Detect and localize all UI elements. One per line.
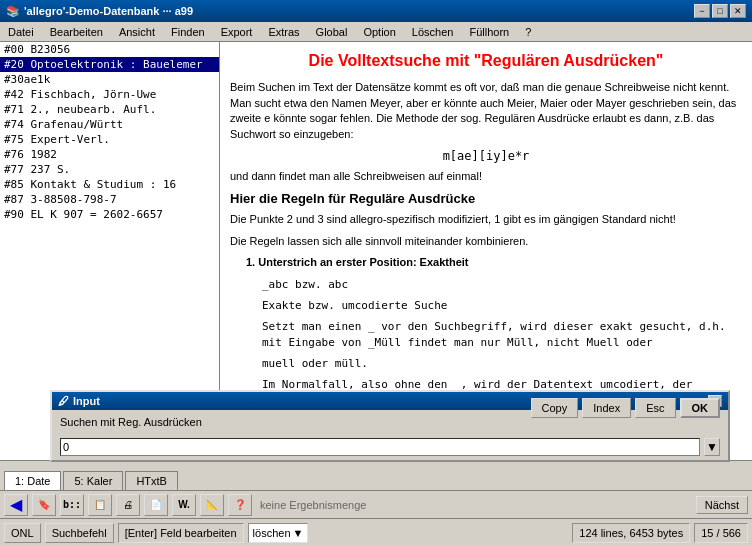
paragraph-1: Beim Suchen im Text der Datensätze kommt…: [230, 80, 742, 142]
maximize-button[interactable]: □: [712, 4, 728, 18]
tab-5[interactable]: 5: Kaler: [63, 471, 123, 490]
menu-bar: Datei Bearbeiten Ansicht Finden Export E…: [0, 22, 752, 42]
menu-loeschen[interactable]: Löschen: [408, 25, 458, 39]
dialog-input-row: ▼: [52, 434, 728, 460]
dialog-content: Suchen mit Reg. Ausdrücken Copy Index Es…: [52, 410, 728, 434]
rule-1-detail: Setzt man einen _ vor den Suchbegriff, w…: [262, 319, 742, 350]
w-icon: W.: [178, 499, 190, 510]
tab-htxtb[interactable]: HTxtB: [125, 471, 178, 490]
panel-title: Die Volltextsuche mit "Regulären Ausdrüc…: [230, 50, 742, 72]
ok-button[interactable]: OK: [680, 398, 721, 418]
list-item[interactable]: #75 Expert-Verl.: [0, 132, 219, 147]
search-input[interactable]: [60, 438, 700, 456]
print-icon: 🖨: [123, 499, 133, 510]
close-button[interactable]: ✕: [730, 4, 746, 18]
rule-1-desc: Exakte bzw. umcodierte Suche: [262, 298, 742, 313]
window-controls: − □ ✕: [694, 4, 746, 18]
suchbefehl-button[interactable]: Suchbefehl: [45, 523, 114, 543]
list-item[interactable]: #77 237 S.: [0, 162, 219, 177]
dialog-buttons: Copy Index Esc OK: [531, 398, 720, 418]
onl-button[interactable]: ONL: [4, 523, 41, 543]
menu-bearbeiten[interactable]: Bearbeiten: [46, 25, 107, 39]
tab-1[interactable]: 1: Date: [4, 471, 61, 490]
list-item[interactable]: #00 B23056: [0, 42, 219, 57]
tab-area: 1: Date 5: Kaler HTxtB: [0, 460, 752, 490]
menu-option[interactable]: Option: [359, 25, 399, 39]
menu-finden[interactable]: Finden: [167, 25, 209, 39]
no-results-label: keine Ergebnismenge: [260, 499, 366, 511]
list-item[interactable]: #90 EL K 907 = 2602-6657: [0, 207, 219, 222]
title-bar: 📚 'allegro'-Demo-Datenbank ··· a99 − □ ✕: [0, 0, 752, 22]
list-item[interactable]: #71 2., neubearb. Aufl.: [0, 102, 219, 117]
index-button[interactable]: Index: [582, 398, 631, 418]
input-scrollbar: ▼: [704, 438, 720, 456]
copy-icon: 📋: [94, 499, 106, 510]
app-icon: 📚: [6, 5, 20, 18]
list-item[interactable]: #85 Kontakt & Studium : 16: [0, 177, 219, 192]
dialog-icon: 🖊: [58, 395, 69, 407]
toolbar-area: ◀ 🔖 b:: 📋 🖨 📄 W. 📐 ❓ keine Ergebnismenge…: [0, 490, 752, 518]
dialog-label: Suchen mit Reg. Ausdrücken: [60, 416, 202, 428]
bookmark-icon: 🔖: [38, 499, 50, 510]
rule-1-title: 1. Unterstrich an erster Position: Exakt…: [246, 255, 742, 270]
back-icon: ◀: [10, 495, 22, 514]
toolbar-print-btn[interactable]: 🖨: [116, 494, 140, 516]
toolbar-bookmark-btn[interactable]: 🔖: [32, 494, 56, 516]
help-icon: ❓: [234, 499, 246, 510]
measure-icon: 📐: [206, 499, 218, 510]
input-dialog: 🖊 Input ✕ Suchen mit Reg. Ausdrücken Cop…: [50, 390, 730, 462]
enter-hint: [Enter] Feld bearbeiten: [118, 523, 244, 543]
toolbar-back-btn[interactable]: ◀: [4, 494, 28, 516]
nachst-button[interactable]: Nächst: [696, 496, 748, 514]
document-icon: 📄: [150, 499, 162, 510]
window-title: 'allegro'-Demo-Datenbank ··· a99: [24, 5, 193, 17]
menu-help[interactable]: ?: [521, 25, 535, 39]
menu-global[interactable]: Global: [312, 25, 352, 39]
lines-bytes: 124 lines, 6453 bytes: [572, 523, 690, 543]
toolbar-measure-btn[interactable]: 📐: [200, 494, 224, 516]
section-title: Hier die Regeln für Reguläre Ausdrücke: [230, 190, 742, 208]
copy-button[interactable]: Copy: [531, 398, 579, 418]
list-item[interactable]: #76 1982: [0, 147, 219, 162]
paragraph-2: und dann findet man alle Schreibweisen a…: [230, 169, 742, 184]
menu-extras[interactable]: Extras: [264, 25, 303, 39]
rule-1-detail2: muell oder müll.: [262, 356, 742, 371]
dropdown-value: löschen: [253, 527, 291, 539]
list-item[interactable]: #42 Fischbach, Jörn-Uwe: [0, 87, 219, 102]
b-icon: b::: [63, 499, 81, 510]
paragraph-3: Die Punkte 2 und 3 sind allegro-spezifis…: [230, 212, 742, 227]
esc-button[interactable]: Esc: [635, 398, 675, 418]
minimize-button[interactable]: −: [694, 4, 710, 18]
dialog-title-text: Input: [73, 395, 100, 407]
menu-fuellhorn[interactable]: Füllhorn: [465, 25, 513, 39]
toolbar-help-btn[interactable]: ❓: [228, 494, 252, 516]
status-bar: ONL Suchbefehl [Enter] Feld bearbeiten l…: [0, 518, 752, 546]
position: 15 / 566: [694, 523, 748, 543]
loeschen-dropdown[interactable]: löschen ▼: [248, 523, 309, 543]
toolbar-w-btn[interactable]: W.: [172, 494, 196, 516]
menu-datei[interactable]: Datei: [4, 25, 38, 39]
paragraph-4: Die Regeln lassen sich alle sinnvoll mit…: [230, 234, 742, 249]
list-item[interactable]: #87 3-88508-798-7: [0, 192, 219, 207]
menu-ansicht[interactable]: Ansicht: [115, 25, 159, 39]
list-item[interactable]: #30ae1k: [0, 72, 219, 87]
code-example: m[ae][iy]e*r: [230, 148, 742, 165]
rule-1-code: _abc bzw. abc: [262, 277, 742, 292]
list-item[interactable]: #74 Grafenau/Württ: [0, 117, 219, 132]
menu-export[interactable]: Export: [217, 25, 257, 39]
list-item-selected[interactable]: #20 Optoelektronik : Bauelemer: [0, 57, 219, 72]
toolbar-copy-btn[interactable]: 📋: [88, 494, 112, 516]
toolbar-b-btn[interactable]: b::: [60, 494, 84, 516]
toolbar-doc-btn[interactable]: 📄: [144, 494, 168, 516]
chevron-down-icon: ▼: [293, 527, 304, 539]
